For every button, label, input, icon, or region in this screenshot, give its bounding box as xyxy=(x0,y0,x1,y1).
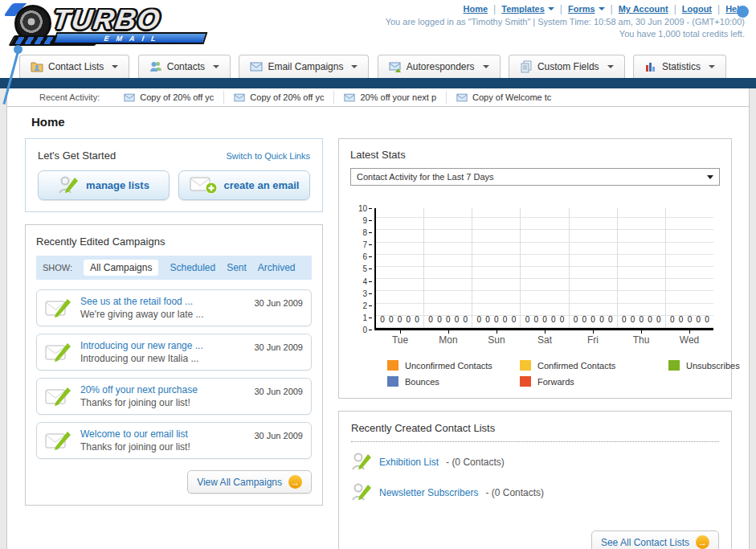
campaign-title-link[interactable]: 20% off your next purchase xyxy=(80,384,246,395)
data-value-label: 0 xyxy=(696,315,701,324)
nav-logout-link[interactable]: Logout xyxy=(682,4,712,14)
campaign-title-link[interactable]: Introducing our new range ... xyxy=(80,340,246,351)
see-all-contact-lists-button[interactable]: See All Contact Lists → xyxy=(591,531,719,549)
nav-my-account[interactable]: My Account xyxy=(605,3,668,14)
nav-templates-link[interactable]: Templates xyxy=(501,4,545,14)
stats-period-select[interactable]: Contact Activity for the Last 7 Days xyxy=(350,168,720,186)
activity-item[interactable]: Copy of 20% off yc xyxy=(114,91,223,104)
campaign-row[interactable]: 20% off your next purchase Thanks for jo… xyxy=(36,378,312,415)
header-nav: Home Templates Forms My Account Logout H… xyxy=(386,3,745,14)
campaign-title-link[interactable]: See us at the retail food ... xyxy=(80,296,246,307)
chart-day-group: 00000 xyxy=(376,208,423,328)
chevron-down-icon xyxy=(483,65,489,68)
contact-list-row[interactable]: Exhibition List - (0 Contacts) xyxy=(351,452,719,473)
main-content: Home Let's Get Started Switch to Quick L… xyxy=(6,107,750,549)
stacked-pages-icon xyxy=(520,60,533,73)
legend-swatch xyxy=(520,360,531,371)
chevron-down-icon xyxy=(351,65,358,68)
show-label: SHOW: xyxy=(43,263,72,272)
tab-statistics[interactable]: Statistics xyxy=(633,55,726,78)
nav-home-link[interactable]: Home xyxy=(464,4,488,14)
data-value-label: 0 xyxy=(670,315,675,324)
header: TURBO EMAIL Home Templates Forms My Acco… xyxy=(0,0,756,50)
filter-archived[interactable]: Archived xyxy=(258,262,296,273)
see-all-contact-lists-label: See All Contact Lists xyxy=(601,537,689,548)
chart-x-labels: TueMonSunSatFriThuWed xyxy=(376,330,713,346)
envelope-icon xyxy=(234,93,245,102)
filter-scheduled[interactable]: Scheduled xyxy=(170,262,215,273)
x-tick-label: Mon xyxy=(424,330,472,346)
recent-activity-items: Copy of 20% off yc Copy of 20% off yc 20… xyxy=(114,88,561,106)
envelope-icon xyxy=(250,60,263,73)
data-value-label: 0 xyxy=(590,315,595,324)
activity-item[interactable]: Copy of 20% off yc xyxy=(223,91,333,104)
tab-label: Contacts xyxy=(167,61,205,72)
chart-day-group: 00000 xyxy=(569,208,617,328)
data-value-label: 0 xyxy=(437,315,442,324)
chart-day-group: 00000 xyxy=(423,208,472,328)
contact-list-count: - (0 Contacts) xyxy=(446,457,505,468)
manage-lists-button[interactable]: manage lists xyxy=(38,170,170,200)
chevron-down-icon xyxy=(548,7,554,10)
chart-day-group: 00000 xyxy=(520,208,568,328)
campaign-list: See us at the retail food ... We're givi… xyxy=(36,289,312,459)
create-email-label: create an email xyxy=(224,179,300,191)
envelope-icon xyxy=(344,93,355,102)
tab-contacts[interactable]: Contacts xyxy=(138,55,231,78)
view-all-campaigns-button[interactable]: View All Campaigns → xyxy=(187,470,312,494)
nav-home[interactable]: Home xyxy=(464,4,488,14)
data-value-label: 0 xyxy=(485,315,490,324)
envelope-arrow-icon xyxy=(389,60,402,73)
activity-item-label: Copy of 20% off yc xyxy=(250,92,324,102)
contact-list-link[interactable]: Newsletter Subscribers xyxy=(379,487,478,498)
campaign-subtitle: We're giving away our late ... xyxy=(80,309,246,320)
contact-list-row[interactable]: Newsletter Subscribers - (0 Contacts) xyxy=(351,482,719,503)
data-value-label: 0 xyxy=(599,315,604,324)
chevron-down-icon xyxy=(599,7,605,10)
data-value-label: 0 xyxy=(582,315,587,324)
switch-quick-links-link[interactable]: Switch to Quick Links xyxy=(226,151,310,161)
nav-forms[interactable]: Forms xyxy=(554,3,605,14)
nav-my-account-link[interactable]: My Account xyxy=(619,4,668,14)
campaign-title-link[interactable]: Welcome to our email list xyxy=(80,428,246,440)
tab-label: Email Campaigns xyxy=(268,61,343,72)
activity-item[interactable]: 20% off your next p xyxy=(333,91,446,104)
envelope-pencil-icon xyxy=(45,342,72,363)
chevron-down-icon xyxy=(709,65,715,68)
nav-templates[interactable]: Templates xyxy=(488,3,554,14)
campaign-row[interactable]: Welcome to our email list Thanks for joi… xyxy=(36,422,312,459)
contact-folder-icon xyxy=(31,60,43,73)
dotted-divider xyxy=(351,441,719,442)
tab-email-campaigns[interactable]: Email Campaigns xyxy=(239,55,369,78)
get-started-panel: Let's Get Started Switch to Quick Links … xyxy=(25,138,323,212)
tab-custom-fields[interactable]: Custom Fields xyxy=(509,55,625,78)
arrow-right-icon: → xyxy=(288,475,302,489)
filter-sent[interactable]: Sent xyxy=(227,262,247,273)
campaign-row[interactable]: See us at the retail food ... We're givi… xyxy=(36,289,312,326)
x-tick-label: Thu xyxy=(617,330,665,346)
tab-contact-lists[interactable]: Contact Lists xyxy=(19,55,129,78)
data-value-label: 0 xyxy=(542,315,547,324)
activity-item-label: Copy of 20% off yc xyxy=(140,92,214,102)
legend-label: Forwards xyxy=(537,377,574,387)
campaign-date: 30 Jun 2009 xyxy=(254,342,303,352)
filter-all-campaigns[interactable]: All Campaigns xyxy=(84,260,158,276)
legend-swatch xyxy=(387,360,398,371)
contact-list-link[interactable]: Exhibition List xyxy=(379,457,439,468)
activity-item[interactable]: Copy of Welcome tc xyxy=(446,91,561,104)
x-tick-label: Fri xyxy=(569,330,617,346)
view-all-campaigns-label: View All Campaigns xyxy=(197,477,282,488)
turbo-email-logo: TURBO EMAIL xyxy=(8,3,219,47)
chart-plot: 00000000000000000000000000000000000 xyxy=(374,208,713,330)
envelope-icon xyxy=(124,93,135,102)
nav-logout[interactable]: Logout xyxy=(668,3,712,14)
stats-period-value: Contact Activity for the Last 7 Days xyxy=(357,172,494,182)
tab-label: Statistics xyxy=(662,61,701,72)
tab-autoresponders[interactable]: Autoresponders xyxy=(378,55,501,78)
create-email-button[interactable]: create an email xyxy=(178,170,310,200)
data-value-label: 0 xyxy=(415,315,419,324)
campaign-row[interactable]: Introducing our new range ... Introducin… xyxy=(36,334,312,371)
nav-forms-link[interactable]: Forms xyxy=(568,4,595,14)
data-value-label: 0 xyxy=(398,315,403,324)
x-tick-label: Tue xyxy=(376,330,424,346)
